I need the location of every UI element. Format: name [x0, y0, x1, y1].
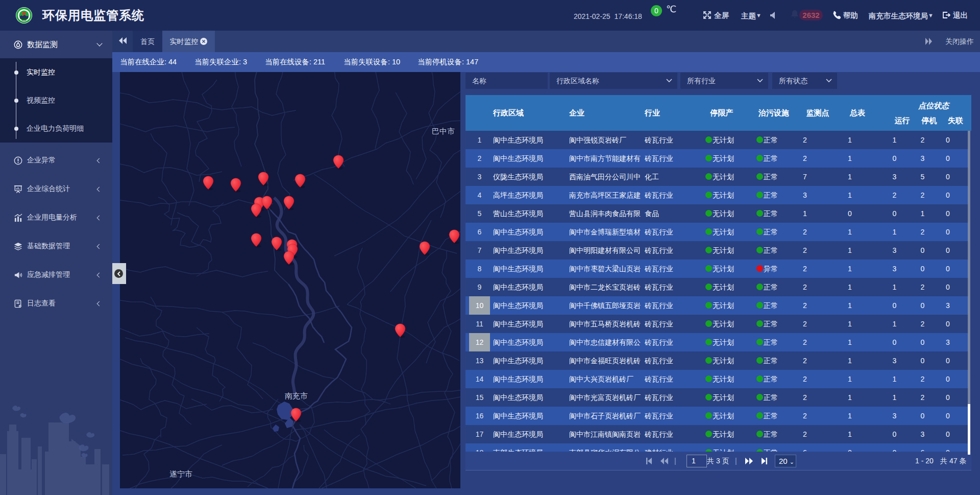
svg-text:南充市: 南充市	[285, 391, 308, 400]
svg-text:巴中市: 巴中市	[432, 127, 455, 135]
svg-text:遂宁市: 遂宁市	[169, 469, 192, 478]
